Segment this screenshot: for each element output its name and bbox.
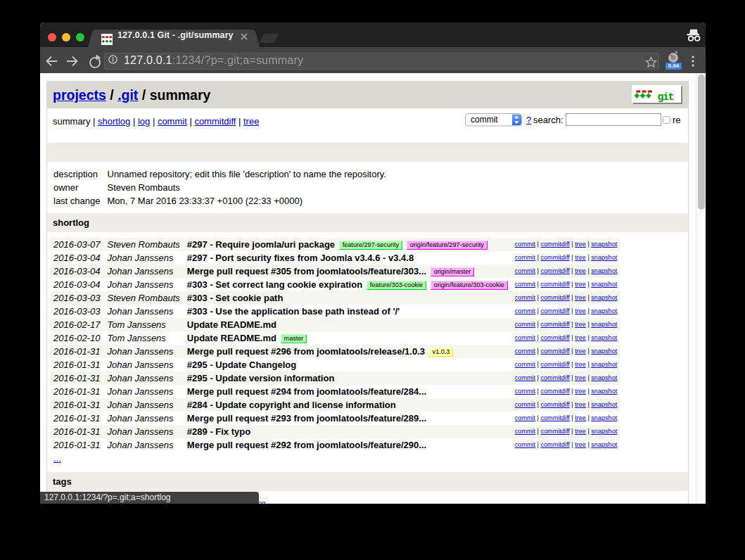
svg-text:git: git	[658, 91, 674, 103]
svg-text:commit: commit	[471, 115, 498, 125]
